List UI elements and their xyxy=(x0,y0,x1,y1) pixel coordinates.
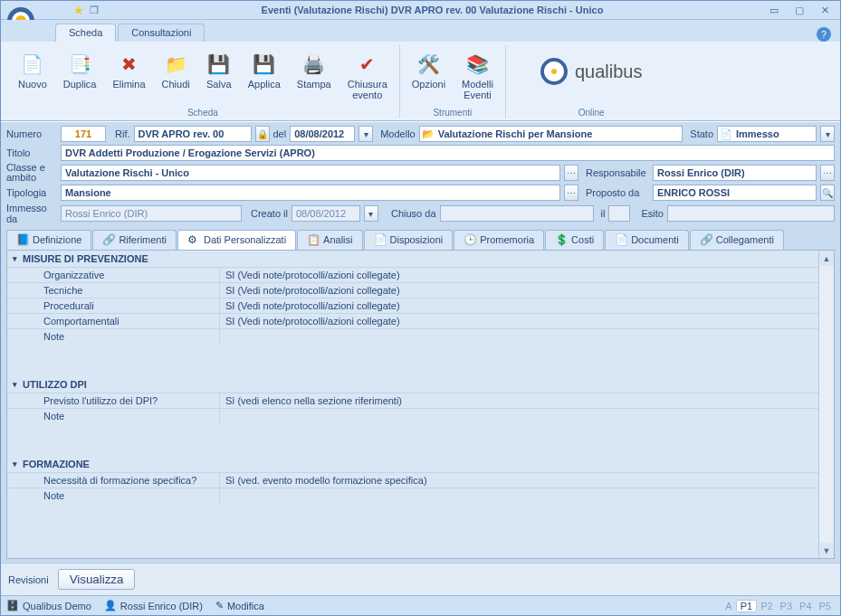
page-link[interactable]: P5 xyxy=(816,601,835,611)
page-link[interactable]: P3 xyxy=(777,601,796,611)
tab-collegamenti[interactable]: 🔗Collegamenti xyxy=(690,230,784,250)
titolo-input[interactable] xyxy=(61,145,835,161)
creato-label: Creato il xyxy=(251,208,288,219)
tipologia-input[interactable] xyxy=(61,185,560,201)
property-value: Sì (vedi elenco nella sezione riferiment… xyxy=(220,393,818,408)
property-row[interactable]: Note xyxy=(7,328,818,344)
rif-lock-icon[interactable]: 🔒 xyxy=(255,126,270,142)
esito-label: Esito xyxy=(641,208,663,219)
applica-button[interactable]: 💾Applica xyxy=(244,49,285,92)
chiudi-button[interactable]: 📁Chiudi xyxy=(158,49,195,92)
property-row[interactable]: Note xyxy=(7,408,818,423)
tab-definizione[interactable]: 📘Definizione xyxy=(6,230,91,250)
rif-input[interactable] xyxy=(134,126,252,142)
group-title-strumenti: Strumenti xyxy=(433,106,472,118)
tab-documenti[interactable]: 📄Documenti xyxy=(605,230,689,250)
responsabile-input[interactable] xyxy=(653,165,817,181)
stampa-button[interactable]: 🖨️Stampa xyxy=(292,49,336,92)
property-row[interactable]: TecnicheSI (Vedi note/protocolli/azioni … xyxy=(7,282,818,298)
tab-disposizioni[interactable]: 📄Disposizioni xyxy=(364,230,454,250)
chiuso-label: Chiuso da xyxy=(391,208,436,219)
help-icon[interactable]: ? xyxy=(817,27,831,42)
nuovo-button[interactable]: 📄Nuovo xyxy=(14,49,52,92)
modello-field[interactable]: 📂 Valutazione Rischi per Mansione xyxy=(419,126,683,142)
ribbon-group-scheda: 📄Nuovo 📑Duplica ✖Elimina 📁Chiudi 💾Salva … xyxy=(6,45,400,118)
opzioni-button[interactable]: 🛠️Opzioni xyxy=(407,49,450,92)
ribbon-tab-scheda[interactable]: Scheda xyxy=(55,24,116,42)
chiusura-button[interactable]: ✔Chiusura evento xyxy=(343,49,392,103)
visualizza-button[interactable]: Visualizza xyxy=(58,569,136,590)
minimize-button[interactable]: ▭ xyxy=(766,5,782,16)
new-window-icon[interactable]: ❐ xyxy=(90,5,99,16)
status-mode: ✎Modifica xyxy=(215,600,264,611)
responsabile-lookup-button[interactable]: ⋯ xyxy=(820,165,835,181)
salva-button[interactable]: 💾Salva xyxy=(202,49,236,92)
page-link[interactable]: P1 xyxy=(736,600,757,612)
save-icon: 💾 xyxy=(206,52,232,77)
proposto-label: Proposto da xyxy=(586,187,649,198)
brand-icon xyxy=(540,58,568,85)
property-row[interactable]: ProceduraliSI (Vedi note/protocolli/azio… xyxy=(7,298,818,313)
panel-wrap: ▾MISURE DI PREVENZIONEOrganizzativeSI (V… xyxy=(1,250,840,563)
titolo-label: Titolo xyxy=(6,147,57,158)
references-icon: 🔗 xyxy=(102,233,115,246)
maximize-button[interactable]: ▢ xyxy=(791,5,808,16)
immesso-label: Immesso da xyxy=(6,203,57,224)
copy-icon: 📑 xyxy=(67,52,92,77)
tab-costi[interactable]: 💲Costi xyxy=(545,230,604,250)
property-key: Organizzative xyxy=(7,268,220,282)
property-key: Necessità di formazione specifica? xyxy=(7,473,220,488)
del-date-input[interactable] xyxy=(290,126,355,142)
scroll-down-button[interactable]: ▼ xyxy=(819,543,834,558)
brand-link[interactable]: qualibus xyxy=(513,49,670,94)
books-icon: 📚 xyxy=(465,52,491,77)
property-row[interactable]: Note xyxy=(7,488,818,503)
page-link[interactable]: P2 xyxy=(757,601,776,611)
section-header[interactable]: ▾MISURE DI PREVENZIONE xyxy=(7,251,818,267)
folder-open-icon: 📂 xyxy=(422,128,435,140)
creato-dropdown[interactable]: ▾ xyxy=(364,205,378,222)
scroll-up-button[interactable]: ▲ xyxy=(819,251,834,266)
proposto-search-icon[interactable]: 🔍 xyxy=(820,185,835,201)
tab-promemoria[interactable]: 🕒Promemoria xyxy=(454,230,544,250)
ribbon-group-online: qualibus Online xyxy=(506,45,677,118)
analysis-icon: 📋 xyxy=(307,233,320,246)
section-header[interactable]: ▾UTILIZZO DPI xyxy=(7,376,818,393)
favorite-icon[interactable]: ★ xyxy=(73,4,84,17)
property-row[interactable]: Previsto l'utilizzo dei DPI?Sì (vedi ele… xyxy=(7,393,818,408)
elimina-button[interactable]: ✖Elimina xyxy=(108,49,149,92)
stato-label: Stato xyxy=(690,128,713,139)
classe-input[interactable] xyxy=(61,165,560,181)
section-header[interactable]: ▾FORMAZIONE xyxy=(7,456,818,472)
duplica-button[interactable]: 📑Duplica xyxy=(59,49,101,92)
property-value: SI (Vedi note/protocolli/azioni collegat… xyxy=(220,299,818,313)
page-link[interactable]: A xyxy=(722,601,735,611)
vertical-scrollbar[interactable]: ▲ ▼ xyxy=(818,251,834,558)
property-row[interactable]: OrganizzativeSI (Vedi note/protocolli/az… xyxy=(7,267,818,282)
classe-label: Classe e ambito xyxy=(6,163,57,183)
property-value xyxy=(220,488,818,503)
tab-dati-personalizzati[interactable]: ⚙Dati Personalizzati xyxy=(177,230,296,250)
close-button[interactable]: ✕ xyxy=(817,5,833,16)
classe-lookup-button[interactable]: ⋯ xyxy=(564,165,578,181)
section-title: MISURE DI PREVENZIONE xyxy=(23,253,148,264)
ribbon-tab-consultazioni[interactable]: Consultazioni xyxy=(118,24,205,42)
page-link[interactable]: P4 xyxy=(796,601,815,611)
numero-input[interactable] xyxy=(61,126,106,142)
caret-down-icon: ▾ xyxy=(13,380,17,389)
stato-dropdown[interactable]: ▾ xyxy=(820,126,835,142)
modelli-button[interactable]: 📚Modelli Eventi xyxy=(457,49,498,103)
tab-riferimenti[interactable]: 🔗Riferimenti xyxy=(92,230,177,250)
proposto-input[interactable] xyxy=(653,185,817,201)
modello-label: Modello xyxy=(380,128,416,139)
section-title: FORMAZIONE xyxy=(23,459,90,469)
property-row[interactable]: ComportamentaliSI (Vedi note/protocolli/… xyxy=(7,313,818,328)
stato-field[interactable]: 📄 Immesso xyxy=(717,126,817,142)
tipologia-lookup-button[interactable]: ⋯ xyxy=(564,185,578,201)
property-row[interactable]: Necessità di formazione specifica?Sì (ve… xyxy=(7,472,818,488)
wrench-icon: 🛠️ xyxy=(416,52,441,77)
tab-analisi[interactable]: 📋Analisi xyxy=(297,230,362,250)
section-grid: Necessità di formazione specifica?Sì (ve… xyxy=(7,472,818,503)
property-key: Note xyxy=(7,488,220,503)
del-date-dropdown[interactable]: ▾ xyxy=(358,126,373,142)
